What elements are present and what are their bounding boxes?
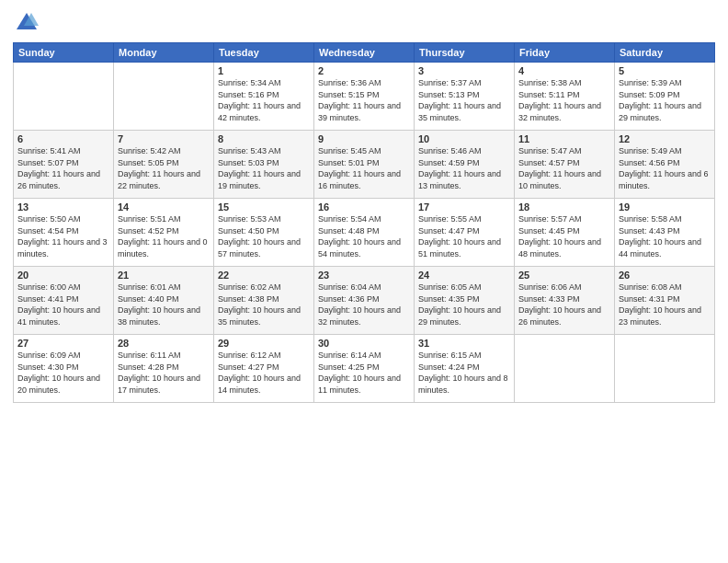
day-number: 10 <box>418 133 510 144</box>
day-number: 19 <box>619 201 711 213</box>
calendar-header-friday: Friday <box>515 43 615 63</box>
day-number: 14 <box>118 201 210 213</box>
calendar-cell: 26Sunrise: 6:08 AM Sunset: 4:31 PM Dayli… <box>615 267 715 335</box>
day-number: 8 <box>218 133 310 144</box>
calendar-cell: 27Sunrise: 6:09 AM Sunset: 4:30 PM Dayli… <box>14 335 114 403</box>
day-info: Sunrise: 6:11 AM Sunset: 4:28 PM Dayligh… <box>118 350 210 396</box>
day-info: Sunrise: 5:38 AM Sunset: 5:11 PM Dayligh… <box>518 77 610 123</box>
calendar-cell: 23Sunrise: 6:04 AM Sunset: 4:36 PM Dayli… <box>314 267 415 335</box>
day-number: 31 <box>418 338 510 349</box>
day-number: 21 <box>118 270 210 281</box>
day-number: 28 <box>118 338 210 349</box>
day-info: Sunrise: 6:08 AM Sunset: 4:31 PM Dayligh… <box>619 282 711 327</box>
day-info: Sunrise: 5:49 AM Sunset: 4:56 PM Dayligh… <box>619 145 711 191</box>
day-number: 23 <box>318 270 410 281</box>
day-number: 9 <box>318 133 410 144</box>
calendar-cell: 20Sunrise: 6:00 AM Sunset: 4:41 PM Dayli… <box>14 267 114 335</box>
day-info: Sunrise: 5:34 AM Sunset: 5:16 PM Dayligh… <box>218 77 310 123</box>
day-info: Sunrise: 6:15 AM Sunset: 4:24 PM Dayligh… <box>418 350 510 396</box>
day-info: Sunrise: 5:36 AM Sunset: 5:15 PM Dayligh… <box>318 77 410 123</box>
calendar-cell: 2Sunrise: 5:36 AM Sunset: 5:15 PM Daylig… <box>314 63 415 131</box>
calendar-header-thursday: Thursday <box>415 43 515 63</box>
calendar-cell: 29Sunrise: 6:12 AM Sunset: 4:27 PM Dayli… <box>214 335 314 403</box>
day-info: Sunrise: 5:46 AM Sunset: 4:59 PM Dayligh… <box>418 145 510 191</box>
day-number: 3 <box>418 65 510 76</box>
day-info: Sunrise: 5:57 AM Sunset: 4:45 PM Dayligh… <box>518 213 610 259</box>
calendar-header-wednesday: Wednesday <box>314 43 415 63</box>
day-number: 4 <box>518 65 610 76</box>
calendar-cell: 22Sunrise: 6:02 AM Sunset: 4:38 PM Dayli… <box>214 267 314 335</box>
day-number: 13 <box>17 201 109 213</box>
calendar-cell: 5Sunrise: 5:39 AM Sunset: 5:09 PM Daylig… <box>615 63 715 131</box>
page: SundayMondayTuesdayWednesdayThursdayFrid… <box>0 0 728 563</box>
day-info: Sunrise: 6:05 AM Sunset: 4:35 PM Dayligh… <box>418 282 510 327</box>
calendar-week-4: 20Sunrise: 6:00 AM Sunset: 4:41 PM Dayli… <box>14 267 715 335</box>
calendar-header-sunday: Sunday <box>14 43 114 63</box>
calendar-cell: 15Sunrise: 5:53 AM Sunset: 4:50 PM Dayli… <box>214 199 314 267</box>
day-info: Sunrise: 6:06 AM Sunset: 4:33 PM Dayligh… <box>518 282 610 327</box>
day-number: 17 <box>418 201 510 213</box>
day-number: 7 <box>118 133 210 144</box>
calendar-cell: 14Sunrise: 5:51 AM Sunset: 4:52 PM Dayli… <box>114 199 214 267</box>
calendar-cell <box>515 335 615 403</box>
calendar-cell: 31Sunrise: 6:15 AM Sunset: 4:24 PM Dayli… <box>415 335 515 403</box>
logo <box>13 9 42 37</box>
calendar-cell: 4Sunrise: 5:38 AM Sunset: 5:11 PM Daylig… <box>515 63 615 131</box>
calendar-header-row: SundayMondayTuesdayWednesdayThursdayFrid… <box>14 43 715 63</box>
calendar-cell: 3Sunrise: 5:37 AM Sunset: 5:13 PM Daylig… <box>415 63 515 131</box>
calendar-cell: 9Sunrise: 5:45 AM Sunset: 5:01 PM Daylig… <box>314 131 415 199</box>
day-number: 11 <box>518 133 610 144</box>
day-info: Sunrise: 6:00 AM Sunset: 4:41 PM Dayligh… <box>17 282 109 327</box>
day-info: Sunrise: 5:55 AM Sunset: 4:47 PM Dayligh… <box>418 213 510 259</box>
day-info: Sunrise: 5:53 AM Sunset: 4:50 PM Dayligh… <box>218 213 310 259</box>
day-info: Sunrise: 6:04 AM Sunset: 4:36 PM Dayligh… <box>318 282 410 327</box>
calendar-cell: 11Sunrise: 5:47 AM Sunset: 4:57 PM Dayli… <box>515 131 615 199</box>
calendar-cell: 1Sunrise: 5:34 AM Sunset: 5:16 PM Daylig… <box>214 63 314 131</box>
day-number: 25 <box>518 270 610 281</box>
calendar-cell: 7Sunrise: 5:42 AM Sunset: 5:05 PM Daylig… <box>114 131 214 199</box>
calendar-cell: 30Sunrise: 6:14 AM Sunset: 4:25 PM Dayli… <box>314 335 415 403</box>
day-number: 12 <box>619 133 711 144</box>
calendar-header-tuesday: Tuesday <box>214 43 314 63</box>
calendar-cell: 16Sunrise: 5:54 AM Sunset: 4:48 PM Dayli… <box>314 199 415 267</box>
day-info: Sunrise: 6:12 AM Sunset: 4:27 PM Dayligh… <box>218 350 310 396</box>
day-number: 5 <box>619 65 711 76</box>
day-info: Sunrise: 5:41 AM Sunset: 5:07 PM Dayligh… <box>17 145 109 191</box>
day-number: 2 <box>318 65 410 76</box>
header <box>13 9 715 37</box>
day-info: Sunrise: 5:45 AM Sunset: 5:01 PM Dayligh… <box>318 145 410 191</box>
day-number: 30 <box>318 338 410 349</box>
day-number: 16 <box>318 201 410 213</box>
day-number: 20 <box>17 270 109 281</box>
calendar-week-2: 6Sunrise: 5:41 AM Sunset: 5:07 PM Daylig… <box>14 131 715 199</box>
day-info: Sunrise: 5:51 AM Sunset: 4:52 PM Dayligh… <box>118 213 210 259</box>
day-info: Sunrise: 5:47 AM Sunset: 4:57 PM Dayligh… <box>518 145 610 191</box>
calendar-week-5: 27Sunrise: 6:09 AM Sunset: 4:30 PM Dayli… <box>14 335 715 403</box>
day-number: 6 <box>17 133 109 144</box>
calendar-cell <box>615 335 715 403</box>
calendar-header-monday: Monday <box>114 43 214 63</box>
calendar-cell: 24Sunrise: 6:05 AM Sunset: 4:35 PM Dayli… <box>415 267 515 335</box>
day-number: 15 <box>218 201 310 213</box>
day-number: 26 <box>619 270 711 281</box>
day-info: Sunrise: 6:02 AM Sunset: 4:38 PM Dayligh… <box>218 282 310 327</box>
day-number: 22 <box>218 270 310 281</box>
calendar-cell <box>114 63 214 131</box>
calendar-week-3: 13Sunrise: 5:50 AM Sunset: 4:54 PM Dayli… <box>14 199 715 267</box>
day-number: 24 <box>418 270 510 281</box>
day-info: Sunrise: 6:14 AM Sunset: 4:25 PM Dayligh… <box>318 350 410 396</box>
calendar-cell: 28Sunrise: 6:11 AM Sunset: 4:28 PM Dayli… <box>114 335 214 403</box>
day-number: 1 <box>218 65 310 76</box>
calendar-header-saturday: Saturday <box>615 43 715 63</box>
calendar-cell: 17Sunrise: 5:55 AM Sunset: 4:47 PM Dayli… <box>415 199 515 267</box>
day-info: Sunrise: 6:09 AM Sunset: 4:30 PM Dayligh… <box>17 350 109 396</box>
calendar-cell: 21Sunrise: 6:01 AM Sunset: 4:40 PM Dayli… <box>114 267 214 335</box>
day-info: Sunrise: 5:43 AM Sunset: 5:03 PM Dayligh… <box>218 145 310 191</box>
calendar-cell: 19Sunrise: 5:58 AM Sunset: 4:43 PM Dayli… <box>615 199 715 267</box>
day-number: 27 <box>17 338 109 349</box>
logo-icon <box>13 9 40 37</box>
calendar-table: SundayMondayTuesdayWednesdayThursdayFrid… <box>13 42 715 403</box>
day-info: Sunrise: 5:50 AM Sunset: 4:54 PM Dayligh… <box>17 213 109 259</box>
day-number: 18 <box>518 201 610 213</box>
calendar-week-1: 1Sunrise: 5:34 AM Sunset: 5:16 PM Daylig… <box>14 63 715 131</box>
